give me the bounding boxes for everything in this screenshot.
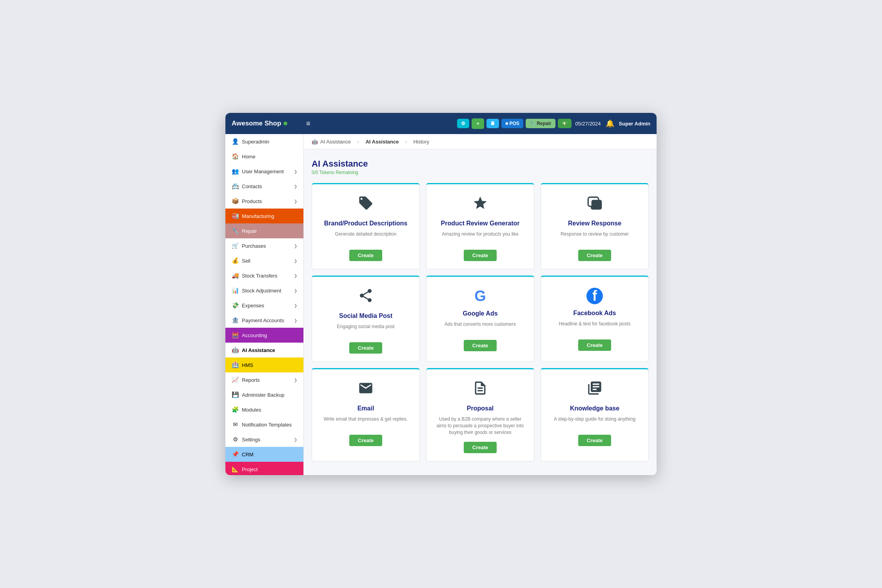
sidebar-label-project: Project — [242, 466, 258, 472]
user-management-icon: 👥 — [232, 168, 239, 175]
sidebar-item-expenses[interactable]: 💸 Expenses ❯ — [225, 298, 303, 313]
settings-icon-btn[interactable]: ⚙ — [457, 119, 469, 128]
sidebar-item-accounting[interactable]: 🧮 Accounting — [225, 328, 303, 343]
create-btn-facebook-ads[interactable]: Create — [578, 339, 611, 351]
sidebar-label-home: Home — [242, 154, 256, 160]
card-email: Email Write email that impresses & get r… — [312, 368, 420, 461]
card-title-product-review: Product Review Generator — [441, 220, 520, 227]
create-btn-email[interactable]: Create — [349, 435, 382, 446]
sidebar-item-contacts[interactable]: 📇 Contacts ❯ — [225, 179, 303, 194]
crm-icon: 📌 — [232, 451, 239, 458]
sidebar-item-project[interactable]: 📐 Project — [225, 462, 303, 475]
card-title-proposal: Proposal — [467, 405, 494, 412]
sidebar-item-purchases[interactable]: 🛒 Purchases ❯ — [225, 238, 303, 253]
sidebar-label-administer-backup: Administer Backup — [242, 392, 284, 398]
cards-grid: Brand/Product Descriptions Generate deta… — [312, 183, 649, 461]
purchases-icon: 🛒 — [232, 242, 239, 249]
sidebar-item-stock-transfers[interactable]: 🚚 Stock Transfers ❯ — [225, 268, 303, 283]
notification-icon: ✉ — [232, 421, 239, 428]
sidebar-label-notification-templates: Notification Templates — [242, 422, 292, 428]
create-btn-brand-product[interactable]: Create — [349, 250, 382, 261]
sidebar-item-manufacturing[interactable]: 🏭 Manufacturing — [225, 209, 303, 223]
card-product-review-generator: Product Review Generator Amazing review … — [426, 183, 534, 269]
breadcrumb-label-ai-assistance-2: AI Assistance — [365, 139, 399, 145]
payment-accounts-icon: 🏦 — [232, 317, 239, 324]
sidebar-item-hms[interactable]: 🏥 HMS — [225, 358, 303, 372]
header-date: 05/27/2024 — [575, 121, 601, 127]
sidebar-item-stock-adjustment[interactable]: 📊 Stock Adjustment ❯ — [225, 283, 303, 298]
breadcrumb-item-history[interactable]: History — [413, 139, 429, 145]
breadcrumb: 🤖 AI Assistance › AI Assistance › Histor… — [304, 134, 657, 149]
sidebar-item-superadmin[interactable]: 👤 Superadmin — [225, 134, 303, 149]
calc-icon-btn[interactable]: 🖩 — [486, 119, 499, 128]
chevron-icon: ❯ — [294, 274, 297, 278]
breadcrumb-item-ai-assistance[interactable]: AI Assistance — [365, 139, 399, 145]
sidebar-item-settings[interactable]: ⚙ Settings ❯ — [225, 432, 303, 447]
sidebar-item-ai-assistance[interactable]: 🤖 AI Assistance — [225, 343, 303, 358]
create-btn-social-media[interactable]: Create — [349, 342, 382, 354]
sidebar-item-home[interactable]: 🏠 Home — [225, 149, 303, 164]
breadcrumb-label-ai-assistance: AI Assistance — [320, 139, 351, 145]
sidebar-item-modules[interactable]: 🧩 Modules — [225, 402, 303, 417]
chevron-icon: ❯ — [294, 289, 297, 293]
notification-bell-icon[interactable]: 🔔 — [606, 119, 614, 128]
content-area: AI Assistance 0/0 Tokens Remaining Brand… — [304, 149, 657, 471]
repair-icon: 🔧 — [232, 227, 239, 234]
money-btn[interactable]: 💵 — [558, 119, 572, 128]
sidebar-label-contacts: Contacts — [242, 183, 262, 189]
review-response-icon — [587, 195, 603, 214]
stock-transfers-icon: 🚚 — [232, 272, 239, 279]
breadcrumb-label-history: History — [413, 139, 429, 145]
project-icon: 📐 — [232, 466, 239, 473]
sidebar-item-payment-accounts[interactable]: 🏦 Payment Accounts ❯ — [225, 313, 303, 328]
brand-dot — [283, 122, 287, 125]
ai-icon: 🤖 — [232, 347, 239, 354]
card-social-media-post: Social Media Post Engaging social media … — [312, 276, 420, 362]
home-icon: 🏠 — [232, 153, 239, 160]
social-media-icon — [358, 288, 374, 307]
sidebar-item-crm[interactable]: 📌 CRM — [225, 447, 303, 462]
create-btn-knowledge-base[interactable]: Create — [578, 435, 611, 446]
breadcrumb-separator: › — [357, 138, 359, 145]
sidebar-label-stock-transfers: Stock Transfers — [242, 273, 277, 279]
create-btn-proposal[interactable]: Create — [464, 442, 497, 453]
chevron-icon: ❯ — [294, 437, 297, 442]
create-btn-review-response[interactable]: Create — [578, 250, 611, 261]
sidebar-item-administer-backup[interactable]: 💾 Administer Backup — [225, 387, 303, 402]
tokens-remaining: 0/0 Tokens Remaining — [312, 170, 649, 175]
chevron-icon: ❯ — [294, 378, 297, 382]
sidebar-item-reports[interactable]: 📈 Reports ❯ — [225, 372, 303, 387]
sidebar-label-hms: HMS — [242, 362, 253, 368]
create-btn-google-ads[interactable]: Create — [464, 340, 497, 351]
card-title-google-ads: Google Ads — [463, 310, 497, 317]
repair-btn[interactable]: 🔧 Repair — [526, 119, 555, 128]
sidebar-label-products: Products — [242, 198, 262, 204]
sidebar-item-sell[interactable]: 💰 Sell ❯ — [225, 253, 303, 268]
add-icon-btn[interactable]: ＋ — [472, 118, 484, 129]
card-title-knowledge-base: Knowledge base — [570, 405, 619, 412]
create-btn-product-review[interactable]: Create — [464, 250, 497, 261]
sidebar-label-settings: Settings — [242, 437, 260, 443]
manufacturing-icon: 🏭 — [232, 212, 239, 220]
card-desc-brand-product: Generate detailed description — [335, 231, 397, 243]
backup-icon: 💾 — [232, 391, 239, 398]
card-desc-social-media: Engaging social media post — [337, 323, 395, 336]
sidebar-item-repair[interactable]: 🔧 Repair — [225, 223, 303, 238]
card-desc-google-ads: Ads that converts more customers — [445, 321, 516, 334]
email-icon — [358, 380, 374, 399]
sidebar-item-user-management[interactable]: 👥 User Management ❯ — [225, 164, 303, 179]
brand-name: Awesome Shop — [232, 120, 281, 127]
breadcrumb-item-ai-icon[interactable]: 🤖 AI Assistance — [312, 139, 351, 145]
sidebar-label-ai-assistance: AI Assistance — [242, 347, 275, 353]
menu-icon[interactable]: ≡ — [306, 120, 310, 128]
page-title: AI Assistance — [312, 159, 649, 169]
card-proposal: Proposal Used by a B2B company where a s… — [426, 368, 534, 461]
sell-icon: 💰 — [232, 257, 239, 264]
card-review-response: Review Response Response to review by cu… — [541, 183, 649, 269]
sidebar-item-notification-templates[interactable]: ✉ Notification Templates — [225, 417, 303, 432]
chevron-icon: ❯ — [294, 169, 297, 174]
sidebar-item-products[interactable]: 📦 Products ❯ — [225, 194, 303, 209]
sidebar-label-accounting: Accounting — [242, 332, 267, 338]
product-review-icon — [472, 195, 488, 214]
pos-btn[interactable]: ■ POS — [501, 119, 523, 128]
